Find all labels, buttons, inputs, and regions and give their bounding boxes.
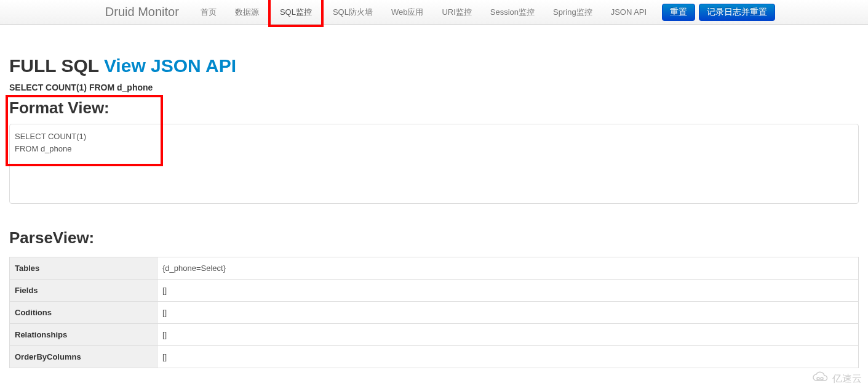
row-label-tables: Tables bbox=[10, 257, 157, 280]
brand[interactable]: Druid Monitor bbox=[93, 5, 191, 19]
row-label-orderby: OrderByColumns bbox=[10, 346, 157, 368]
nav-item-datasource[interactable]: 数据源 bbox=[226, 0, 268, 27]
row-label-relationships: Relationships bbox=[10, 324, 157, 346]
watermark-text: 亿速云 bbox=[832, 373, 862, 381]
svg-point-1 bbox=[821, 377, 823, 380]
parse-view-heading: ParseView: bbox=[9, 228, 859, 248]
main-container: FULL SQL View JSON API SELECT COUNT(1) F… bbox=[0, 25, 868, 381]
parse-view-table: Tables {d_phone=Select} Fields [] Coditi… bbox=[9, 257, 859, 368]
table-row: Tables {d_phone=Select} bbox=[10, 257, 859, 280]
nav-item-home[interactable]: 首页 bbox=[191, 0, 226, 27]
nav-item-session-monitor[interactable]: Session监控 bbox=[481, 0, 544, 27]
row-value-coditions: [] bbox=[157, 302, 859, 324]
nav-item-sql-firewall[interactable]: SQL防火墙 bbox=[324, 0, 382, 27]
table-row: Coditions [] bbox=[10, 302, 859, 324]
reset-button[interactable]: 重置 bbox=[662, 4, 695, 21]
table-row: OrderByColumns [] bbox=[10, 346, 859, 368]
nav-item-web-app[interactable]: Web应用 bbox=[382, 0, 433, 27]
svg-point-0 bbox=[817, 377, 819, 380]
table-row: Fields [] bbox=[10, 280, 859, 302]
row-value-fields: [] bbox=[157, 280, 859, 302]
format-view-heading: Format View: bbox=[9, 99, 859, 118]
full-sql-title: FULL SQL bbox=[9, 55, 104, 76]
nav-item-json-api[interactable]: JSON API bbox=[602, 0, 656, 27]
navbar: Druid Monitor 首页 数据源 SQL监控 SQL防火墙 Web应用 … bbox=[0, 0, 868, 25]
view-json-api-link[interactable]: View JSON API bbox=[104, 55, 236, 76]
cloud-icon bbox=[811, 371, 830, 381]
nav-item-spring-monitor[interactable]: Spring监控 bbox=[544, 0, 602, 27]
full-sql-heading: FULL SQL View JSON API bbox=[9, 55, 859, 76]
row-label-fields: Fields bbox=[10, 280, 157, 302]
sql-statement: SELECT COUNT(1) FROM d_phone bbox=[9, 83, 859, 92]
nav-item-sql-monitor[interactable]: SQL监控 bbox=[268, 0, 324, 27]
row-label-coditions: Coditions bbox=[10, 302, 157, 324]
nav-list: 首页 数据源 SQL监控 SQL防火墙 Web应用 URI监控 Session监… bbox=[191, 0, 656, 27]
row-value-relationships: [] bbox=[157, 324, 859, 346]
format-view-content: SELECT COUNT(1) FROM d_phone bbox=[9, 124, 859, 204]
table-row: Relationships [] bbox=[10, 324, 859, 346]
row-value-tables: {d_phone=Select} bbox=[157, 257, 859, 280]
nav-item-uri-monitor[interactable]: URI监控 bbox=[432, 0, 480, 27]
log-and-reset-button[interactable]: 记录日志并重置 bbox=[699, 4, 775, 21]
watermark: 亿速云 bbox=[811, 371, 862, 381]
row-value-orderby: [] bbox=[157, 346, 859, 368]
